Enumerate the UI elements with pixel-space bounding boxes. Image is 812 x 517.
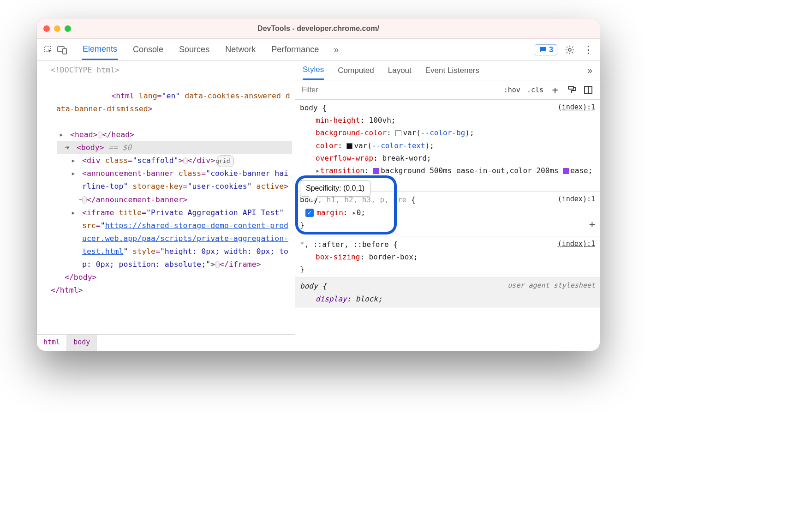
stab-styles[interactable]: Styles	[303, 61, 324, 80]
css-rule[interactable]: *, ::after, ::before { (index):1 box-siz…	[295, 236, 600, 278]
tab-console[interactable]: Console	[132, 40, 164, 59]
close-window-button[interactable]	[43, 25, 50, 32]
tab-performance[interactable]: Performance	[270, 40, 320, 59]
zoom-window-button[interactable]	[65, 25, 71, 32]
message-icon	[539, 47, 546, 53]
rule-source-link[interactable]: (index):1	[558, 238, 595, 251]
device-toggle-icon[interactable]	[56, 44, 68, 56]
dom-breadcrumb: html body	[37, 334, 295, 351]
minimize-window-button[interactable]	[54, 25, 60, 32]
dom-iframe[interactable]: ▸<iframe title="Private Aggregation API …	[69, 206, 292, 271]
rule-source-link[interactable]: (index):1	[558, 193, 595, 206]
panel-tabs: Elements Console Sources Network Perform…	[82, 40, 533, 60]
dom-doctype[interactable]: <!DOCTYPE html>	[43, 64, 292, 77]
stab-event-listeners[interactable]: Event Listeners	[425, 62, 479, 79]
tabs-overflow-icon[interactable]: »	[334, 44, 339, 55]
user-agent-stylesheet-label: user agent stylesheet	[508, 280, 595, 292]
hov-toggle[interactable]: :hov	[504, 86, 520, 94]
css-rule-user-agent[interactable]: body { user agent stylesheet display: bl…	[295, 278, 600, 307]
insert-style-rule-icon[interactable]: +	[589, 216, 595, 233]
css-selector[interactable]: body	[300, 102, 318, 114]
stab-layout[interactable]: Layout	[388, 62, 412, 79]
styles-pane: Styles Computed Layout Event Listeners »…	[295, 61, 600, 351]
inspect-icon[interactable]	[42, 44, 54, 56]
svg-point-3	[568, 48, 571, 51]
stab-computed[interactable]: Computed	[338, 62, 374, 79]
color-swatch-icon[interactable]	[346, 143, 352, 149]
dom-body-close[interactable]: </body>	[57, 271, 292, 284]
issues-count: 3	[549, 46, 553, 54]
window-titlebar: DevTools - developer.chrome.com/	[37, 18, 600, 39]
computed-toggle-icon[interactable]	[583, 85, 593, 95]
svg-rect-5	[585, 86, 592, 94]
paint-format-icon[interactable]	[567, 85, 577, 95]
rule-source-link[interactable]: (index):1	[558, 102, 595, 114]
dom-div-scaffold[interactable]: ▸<div class="scaffold">⋯</div>grid	[69, 154, 292, 167]
crumb-body[interactable]: body	[67, 335, 97, 351]
css-selector: body	[300, 280, 318, 292]
tab-network[interactable]: Network	[224, 40, 257, 59]
new-style-rule-icon[interactable]: +	[550, 85, 560, 95]
grid-badge[interactable]: grid	[217, 155, 234, 167]
sidebar-tabs: Styles Computed Layout Event Listeners »	[295, 61, 600, 80]
traffic-lights	[43, 25, 71, 32]
dom-html-close[interactable]: </html>	[43, 284, 292, 297]
specificity-highlight: Specificity: (0,0,1)	[295, 175, 397, 234]
issues-badge[interactable]: 3	[535, 44, 557, 55]
elements-dom-tree-pane: <!DOCTYPE html> <html lang="en" data-coo…	[37, 61, 295, 351]
stabs-overflow-icon[interactable]: »	[587, 65, 592, 76]
svg-rect-2	[63, 48, 66, 54]
dom-tree[interactable]: <!DOCTYPE html> <html lang="en" data-coo…	[37, 61, 295, 334]
dom-announcement-banner[interactable]: ▸<announcement-banner class="cookie-bann…	[69, 167, 292, 206]
cls-toggle[interactable]: .cls	[527, 86, 543, 94]
styles-filter-bar: :hov .cls +	[295, 80, 600, 100]
specificity-tooltip: Specificity: (0,0,1)	[300, 180, 370, 197]
kebab-icon[interactable]: ⋮	[582, 44, 594, 56]
dom-body-selected[interactable]: ⋯▾<body> == $0	[57, 141, 292, 154]
tab-elements[interactable]: Elements	[82, 40, 118, 60]
easing-swatch-icon[interactable]	[373, 168, 379, 174]
crumb-html[interactable]: html	[37, 335, 67, 351]
tab-sources[interactable]: Sources	[178, 40, 210, 59]
window-title: DevTools - developer.chrome.com/	[37, 24, 600, 33]
gear-icon[interactable]	[564, 44, 576, 56]
color-swatch-icon[interactable]	[395, 130, 401, 136]
dom-html-open[interactable]: <html lang="en" data-cookies-answered da…	[43, 77, 292, 128]
svg-rect-4	[568, 86, 573, 89]
main-toolbar: Elements Console Sources Network Perform…	[37, 39, 600, 61]
devtools-window: DevTools - developer.chrome.com/ Element…	[37, 18, 600, 351]
styles-filter-input[interactable]	[295, 86, 497, 94]
dom-head[interactable]: ▸<head>⋯</head>	[57, 128, 292, 141]
easing-swatch-icon[interactable]	[563, 168, 569, 174]
